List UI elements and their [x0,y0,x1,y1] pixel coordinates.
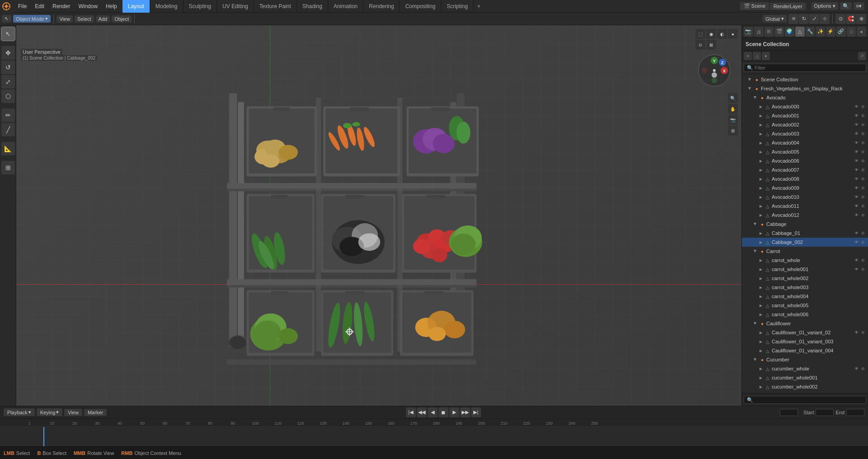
move-manipulator-btn[interactable]: ⤧ [788,14,798,24]
tab-rendering[interactable]: Rendering [363,0,400,13]
outliner-row-avocado005[interactable]: ▶ △ Avocado005 👁 ⊘ [742,147,868,156]
outliner-row-avocado004[interactable]: ▶ △ Avocado004 👁 ⊘ [742,138,868,147]
avocado004-restrict-icon[interactable]: ⊘ [860,140,866,146]
start-frame-input[interactable]: 1 [816,409,834,416]
cabbage01-restrict-icon[interactable]: ⊘ [860,230,866,236]
avocado000-restrict-icon[interactable]: ⊘ [860,103,866,110]
tab-compositing[interactable]: Compositing [400,0,441,13]
outliner-row-avocado010[interactable]: ▶ △ Avocado010 👁 ⊘ [742,192,868,201]
tab-layout[interactable]: Layout [123,0,150,13]
step-forward-btn[interactable]: ▶▶ [460,407,470,417]
tab-uv-editing[interactable]: UV Editing [217,0,254,13]
select-tool-btn[interactable]: ↖ [1,27,15,41]
search-viewport-btn[interactable]: 🔍 [728,93,738,103]
cabbage01-view-icon[interactable]: 👁 [853,230,859,236]
cucumber-whole-restrict-icon[interactable]: ⊘ [860,365,866,372]
add-object-btn[interactable]: ⊞ [1,161,15,174]
avocado010-restrict-icon[interactable]: ⊘ [860,194,866,200]
avocado003-restrict-icon[interactable]: ⊘ [860,131,866,137]
annotate-line-btn[interactable]: ╱ [1,123,15,136]
render-icon-btn[interactable]: 📷 [744,27,753,37]
grid-btn[interactable]: ⊞ [728,126,738,136]
cauliflower02-restrict-icon[interactable]: ⊘ [860,329,866,336]
annotate-btn[interactable]: ✏ [1,108,15,122]
modifier-icon-btn[interactable]: 🔧 [806,27,815,37]
world-icon-btn[interactable]: 🌍 [785,27,794,37]
outliner-row-cucumber-whole[interactable]: ▶ △ cucumber_whole 👁 ⊘ [742,364,868,373]
outliner-row-cabbage-col[interactable]: ▶ ● Cabbage [742,220,868,229]
options-button[interactable]: Options ▾ [811,2,838,10]
avocado008-restrict-icon[interactable]: ⊘ [860,176,866,182]
avocado002-view-icon[interactable]: 👁 [853,122,859,128]
viewport-3d[interactable]: User Perspective (1) Scene Collection | … [16,25,741,406]
outliner-row-carrot001[interactable]: ▶ △ carrot_whole001 👁 ⊘ [742,265,868,274]
tab-scripting[interactable]: Scripting [441,0,474,13]
outliner-row-carrot006[interactable]: ▶ △ carrot_whole006 [742,310,868,319]
outliner-row-cauliflower-col[interactable]: ▶ ● Cauliflower [742,319,868,328]
object-menu-btn[interactable]: Object [112,15,132,23]
carrot001-restrict-icon[interactable]: ⊘ [860,266,866,272]
solid-view-btn[interactable]: ◉ [706,29,716,39]
view-menu-btn[interactable]: View [57,15,73,23]
play-btn[interactable]: ▶ [449,407,459,417]
cabbage002-restrict-icon[interactable]: ⊘ [860,239,866,245]
material-view-btn[interactable]: ◐ [717,29,727,39]
camera-view-btn[interactable]: 📷 [728,115,738,125]
avocado006-restrict-icon[interactable]: ⊘ [860,158,866,164]
output-icon-btn[interactable]: 🖨 [754,27,764,37]
outliner-row-avocado007[interactable]: ▶ △ Avocado007 👁 ⊘ [742,165,868,174]
avocado005-view-icon[interactable]: 👁 [853,149,859,155]
avocado007-view-icon[interactable]: 👁 [853,167,859,173]
outliner-search-input[interactable] [744,64,866,72]
select-menu-btn[interactable]: Select [75,15,94,23]
avocado011-view-icon[interactable]: 👁 [853,203,859,209]
outliner-row-cauliflower02[interactable]: ▶ △ Cauliflower_01_variant_02 👁 ⊘ [742,328,868,337]
cucumber-whole-view-icon[interactable]: 👁 [853,365,859,372]
outliner-bottom-search[interactable] [744,396,866,404]
outliner-content[interactable]: ▶ ● Scene Collection ▶ ● Fresh_Vegetable… [742,74,868,393]
filter-collections-btn[interactable]: ● [762,52,770,60]
add-workspace-button[interactable]: + [474,0,484,13]
outliner-row-carrot005[interactable]: ▶ △ carrot_whole005 [742,301,868,310]
outliner-row-cabbage002[interactable]: ▶ △ Cabbage_002 👁 ⊘ [742,238,868,247]
menu-render[interactable]: Render [49,0,74,12]
outliner-row-avocado-col[interactable]: ▶ ● Avocado [742,93,868,102]
view-menu-btn2[interactable]: View [64,409,82,416]
playback-menu-btn[interactable]: Playback ▾ [4,408,35,416]
carrot001-view-icon[interactable]: 👁 [853,266,859,272]
interaction-mode-btn[interactable]: ↖ [2,15,11,23]
avocado009-restrict-icon[interactable]: ⊘ [860,185,866,191]
avocado007-restrict-icon[interactable]: ⊘ [860,167,866,173]
rotate-tool-btn[interactable]: ↺ [1,61,15,74]
rendered-view-btn[interactable]: ● [728,29,738,39]
overlay-btn[interactable]: ⊙ [695,40,705,50]
outliner-row-carrot002[interactable]: ▶ △ carrot_whole002 [742,274,868,283]
marker-menu-btn[interactable]: Marker [84,409,107,416]
search-button[interactable]: 🔍 [840,2,852,10]
view-layer-icon-btn[interactable]: ⊞ [764,27,774,37]
timeline-track[interactable] [0,427,868,446]
outliner-row-avocado008[interactable]: ▶ △ Avocado008 👁 ⊘ [742,174,868,183]
menu-help[interactable]: Help [102,0,121,12]
avocado004-view-icon[interactable]: 👁 [853,140,859,146]
outliner-row-avocado012[interactable]: ▶ △ Avocado012 👁 ⊘ [742,211,868,220]
outliner-row-avocado011[interactable]: ▶ △ Avocado011 👁 ⊘ [742,201,868,211]
avocado001-restrict-icon[interactable]: ⊘ [860,112,866,119]
particles-icon-btn[interactable]: ✨ [816,27,825,37]
avocado010-view-icon[interactable]: 👁 [853,194,859,200]
measure-btn[interactable]: 📐 [1,142,15,155]
tab-animation[interactable]: Animation [328,0,363,13]
filter-all-btn[interactable]: ≡ [744,52,752,60]
avocado012-restrict-icon[interactable]: ⊘ [860,212,866,218]
global-transform-btn[interactable]: Global ▾ [763,15,787,23]
view-layer-selector[interactable]: RenderLayer [770,3,806,10]
menu-file[interactable]: File [14,0,30,12]
cabbage002-view-icon[interactable]: 👁 [853,239,859,245]
physics-icon-btn[interactable]: ⚡ [826,27,835,37]
outliner-row-cucumber001[interactable]: ▶ △ cucumber_whole001 [742,373,868,382]
stop-btn[interactable]: ⏹ [439,407,448,417]
navigation-gizmo[interactable]: X Y Z [696,52,732,89]
menu-edit[interactable]: Edit [31,0,48,12]
scale-tool-btn[interactable]: ⤢ [1,75,15,89]
tab-modeling[interactable]: Modeling [150,0,184,13]
